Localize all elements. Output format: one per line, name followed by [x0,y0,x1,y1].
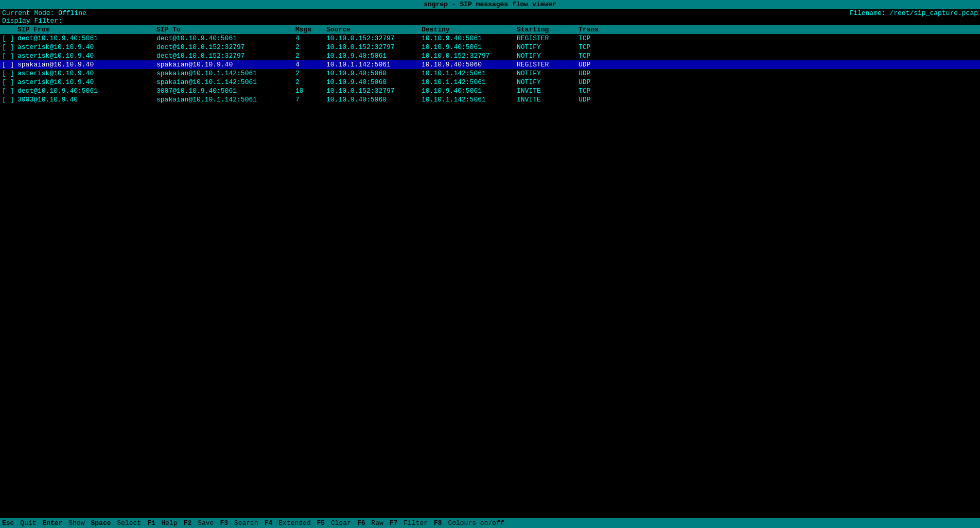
current-mode: Current Mode: Offline [2,9,86,17]
row-starting: NOTIFY [517,52,579,60]
row-msgs: 2 [295,78,326,86]
row-to: spakaian@10.10.1.142:5061 [156,96,295,104]
filename: Filename: /root/sip_capture.pcap [849,9,978,25]
row-checkbox: [ ] [2,70,18,77]
row-checkbox: [ ] [2,35,18,42]
col-header-from: SIP From [18,26,156,33]
row-source: 10.10.0.152:32797 [326,43,422,51]
row-starting: NOTIFY [517,70,579,77]
row-msgs: 10 [295,87,326,95]
row-trans: TCP [579,43,620,51]
table-row[interactable]: [ ] asterisk@10.10.9.40 dect@10.10.0.152… [0,43,980,52]
row-starting: INVITE [517,87,579,95]
title-bar: sngrep - SIP messages flow viewer [0,0,980,9]
bottom-key-f4[interactable]: F4 Extended [265,519,311,527]
row-to: spakaian@10.10.1.142:5061 [156,70,295,77]
row-checkbox: [ ] [2,87,18,95]
row-source: 10.10.0.152:32797 [326,35,422,42]
row-source: 10.10.0.152:32797 [326,87,422,95]
table-row[interactable]: [ ] asterisk@10.10.9.40 spakaian@10.10.1… [0,69,980,78]
col-header-to: SIP To [156,26,295,33]
bottom-key-f6[interactable]: F6 Raw [357,519,383,527]
bottom-key-f1[interactable]: F1 Help [147,519,178,527]
row-trans: UDP [579,78,620,86]
table-row[interactable]: [ ] 3003@10.10.9.40 spakaian@10.10.1.142… [0,95,980,104]
row-checkbox: [ ] [2,52,18,60]
info-left: Current Mode: Offline Display Filter: [2,9,86,25]
row-to: spakaian@10.10.9.40 [156,61,295,69]
bottom-key-esc[interactable]: Esc Quit [2,519,36,527]
row-source: 10.10.9.40:5061 [326,52,422,60]
row-destiny: 10.10.9.40:5061 [422,87,517,95]
row-destiny: 10.10.0.152:32797 [422,52,517,60]
row-to: dect@10.10.0.152:32797 [156,52,295,60]
row-source: 10.10.9.40:5060 [326,70,422,77]
row-starting: NOTIFY [517,43,579,51]
row-destiny: 10.10.1.142:5061 [422,78,517,86]
row-from: 3003@10.10.9.40 [18,96,156,104]
display-filter: Display Filter: [2,17,86,25]
row-checkbox: [ ] [2,78,18,86]
col-header-checkbox [2,26,18,33]
bottom-key-f7[interactable]: F7 Filter [390,519,428,527]
row-msgs: 7 [295,96,326,104]
col-header-msgs: Msgs [295,26,326,33]
row-msgs: 2 [295,52,326,60]
bottom-key-space[interactable]: Space Select [91,519,141,527]
table-header: SIP From SIP To Msgs Source Destiny Star… [0,25,980,34]
row-msgs: 2 [295,70,326,77]
row-from: asterisk@10.10.9.40 [18,70,156,77]
row-starting: REGISTER [517,61,579,69]
row-destiny: 10.10.9.40:5061 [422,35,517,42]
bottom-key-enter[interactable]: Enter Show [42,519,84,527]
row-starting: NOTIFY [517,78,579,86]
row-trans: TCP [579,87,620,95]
row-source: 10.10.9.40:5060 [326,96,422,104]
bottom-key-f2[interactable]: F2 Save [184,519,214,527]
row-from: dect@10.10.9.40:5061 [18,87,156,95]
bottom-key-f8[interactable]: F8 Colours on/off [434,519,504,527]
row-source: 10.10.9.40:5060 [326,78,422,86]
row-trans: TCP [579,35,620,42]
row-from: asterisk@10.10.9.40 [18,43,156,51]
row-destiny: 10.10.1.142:5061 [422,96,517,104]
row-checkbox: [ ] [2,61,18,69]
table-row[interactable]: [ ] asterisk@10.10.9.40 spakaian@10.10.1… [0,78,980,87]
bottom-bar: Esc QuitEnter ShowSpace SelectF1 HelpF2 … [0,518,980,528]
row-destiny: 10.10.1.142:5061 [422,70,517,77]
col-header-source: Source [326,26,422,33]
col-header-destiny: Destiny [422,26,517,33]
row-checkbox: [ ] [2,43,18,51]
info-bar: Current Mode: Offline Display Filter: Fi… [0,9,980,25]
row-trans: UDP [579,61,620,69]
row-to: spakaian@10.10.1.142:5061 [156,78,295,86]
row-from: asterisk@10.10.9.40 [18,78,156,86]
row-msgs: 2 [295,43,326,51]
col-header-trans: Trans [579,26,620,33]
table-row[interactable]: [ ] spakaian@10.10.9.40 spakaian@10.10.9… [0,60,980,69]
bottom-key-f5[interactable]: F5 Clear [317,519,351,527]
table-row[interactable]: [ ] dect@10.10.9.40:5061 dect@10.10.9.40… [0,34,980,43]
row-msgs: 4 [295,35,326,42]
row-starting: REGISTER [517,35,579,42]
col-header-starting: Starting [517,26,579,33]
table-body: [ ] dect@10.10.9.40:5061 dect@10.10.9.40… [0,34,980,104]
row-source: 10.10.1.142:5061 [326,61,422,69]
table-row[interactable]: [ ] dect@10.10.9.40:5061 3007@10.10.9.40… [0,87,980,95]
row-msgs: 4 [295,61,326,69]
app-title: sngrep - SIP messages flow viewer [424,1,556,8]
row-to: dect@10.10.9.40:5061 [156,35,295,42]
bottom-key-f3[interactable]: F3 Search [220,519,258,527]
row-destiny: 10.10.9.40:5060 [422,61,517,69]
row-to: 3007@10.10.9.40:5061 [156,87,295,95]
row-trans: UDP [579,70,620,77]
row-trans: TCP [579,52,620,60]
row-from: spakaian@10.10.9.40 [18,61,156,69]
table-row[interactable]: [ ] asterisk@10.10.9.40 dect@10.10.0.152… [0,52,980,60]
row-destiny: 10.10.9.40:5061 [422,43,517,51]
row-checkbox: [ ] [2,96,18,104]
row-from: asterisk@10.10.9.40 [18,52,156,60]
row-from: dect@10.10.9.40:5061 [18,35,156,42]
row-starting: INVITE [517,96,579,104]
row-trans: UDP [579,96,620,104]
